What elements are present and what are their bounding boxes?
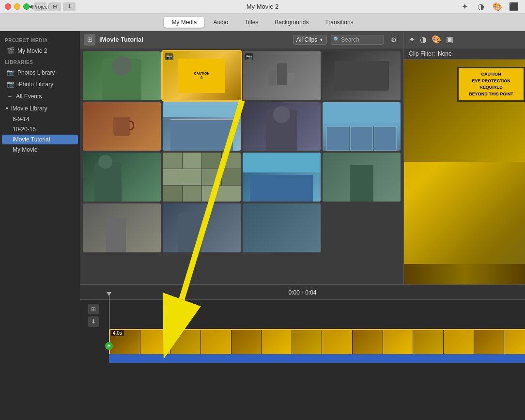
dropdown-arrow-icon: ▼	[319, 37, 324, 42]
sidebar: PROJECT MEDIA 🎬 My Movie 2 LIBRARIES 📷 P…	[0, 31, 80, 420]
sidebar-iphoto-label: iPhoto Library	[17, 81, 53, 88]
clip-filter-value: None	[438, 50, 452, 57]
libraries-header: LIBRARIES	[0, 57, 80, 66]
thumbnail-13[interactable]	[83, 203, 161, 252]
caution-line-2: EYE PROTECTION	[462, 78, 521, 85]
download-button[interactable]: ⬇	[63, 2, 76, 11]
luma-icon[interactable]: ◑	[420, 35, 427, 44]
color-icon[interactable]: 🎨	[432, 35, 441, 44]
timeline-blue-bar	[109, 354, 525, 363]
timeline-area: 0:00 / 0:04 ⊞ ⬇ 4.0s	[80, 284, 525, 420]
tab-backgrounds[interactable]: Backgrounds	[267, 17, 316, 28]
sidebar-item-photos-library[interactable]: 📷 Photos Library	[2, 67, 78, 78]
sidebar-all-events-label: All Events	[16, 93, 42, 100]
timeline-current-time: 0:00	[288, 289, 299, 296]
main-toolbar: My Media Audio Titles Backgrounds Transi…	[0, 14, 525, 31]
close-button[interactable]	[5, 3, 11, 10]
thumbnail-1[interactable]	[83, 51, 161, 100]
tab-titles[interactable]: Titles	[237, 17, 266, 28]
thumbnail-8[interactable]	[323, 102, 401, 151]
timeline-separator: /	[302, 289, 303, 296]
browser-title: iMovie Tutorial	[99, 36, 143, 43]
thumbnail-12[interactable]	[323, 153, 401, 202]
content-wrapper: ⊞ iMovie Tutorial All Clips ▼ 🔍 ⚙	[80, 31, 525, 420]
timeline-track: 4.0s	[109, 329, 520, 364]
caution-line-4: BEYOND THIS POINT	[462, 91, 521, 98]
thumbnail-10[interactable]	[163, 153, 241, 202]
crop-icon[interactable]: ⬛	[508, 1, 520, 12]
sidebar-item-10-20-15[interactable]: 10-20-15	[2, 124, 78, 134]
camera-badge-icon-3: 📷	[245, 53, 253, 60]
project-media-header: PROJECT MEDIA	[0, 35, 80, 45]
back-button[interactable]: ◀ Projects	[34, 2, 46, 11]
sidebar-photos-label: Photos Library	[17, 69, 55, 76]
minimize-button[interactable]	[14, 3, 20, 10]
all-events-icon: ＋	[7, 92, 13, 101]
sidebar-item-iphoto-library[interactable]: 📷 iPhoto Library	[2, 78, 78, 90]
window-controls	[5, 3, 30, 10]
search-icon: 🔍	[333, 36, 340, 43]
camera-badge-icon: 📷	[165, 53, 173, 60]
titlebar-nav: ◀ Projects ⊞ ⬇	[34, 2, 76, 11]
thumbnail-14[interactable]	[163, 203, 241, 252]
caution-line-3: REQUIRED	[462, 84, 521, 91]
timeline-cursor	[109, 295, 109, 348]
sidebar-item-my-movie[interactable]: My Movie	[2, 145, 78, 155]
timeline-body: 4.0s	[80, 300, 525, 420]
color-board-icon[interactable]: 🎨	[491, 1, 504, 12]
sidebar-item-all-events[interactable]: ＋ All Events	[2, 90, 78, 103]
clip-filter-label: Clip Filter:	[409, 50, 435, 57]
thumbnail-15[interactable]	[243, 203, 321, 252]
crop-tool-icon[interactable]: ▣	[446, 35, 453, 44]
sidebar-imovie-library-parent[interactable]: ▼ iMovie Library	[0, 103, 80, 114]
settings-button[interactable]: ⚙	[388, 34, 400, 46]
sidebar-item-6-9-14[interactable]: 6-9-14	[2, 114, 78, 124]
main-layout: PROJECT MEDIA 🎬 My Movie 2 LIBRARIES 📷 P…	[0, 31, 525, 420]
thumbnail-5[interactable]	[83, 102, 161, 151]
timeline-header: 0:00 / 0:04	[80, 285, 525, 300]
sidebar-imovie-library-label: iMovie Library	[11, 105, 47, 112]
grid-toggle-button[interactable]: ⊞	[48, 2, 61, 11]
preview-toolbar: ✦ ◑ 🎨 ▣	[404, 31, 525, 48]
film-icon: 🎬	[7, 47, 15, 54]
thumbnail-7[interactable]	[243, 102, 321, 151]
sidebar-item-my-movie-2[interactable]: 🎬 My Movie 2	[2, 45, 78, 56]
sidebar-project-label: My Movie 2	[17, 47, 47, 54]
iphoto-icon: 📷	[7, 80, 15, 88]
thumbnail-9[interactable]	[83, 153, 161, 202]
clip-duration-label: 4.0s	[111, 330, 124, 336]
titlebar: ◀ Projects ⊞ ⬇ My Movie 2 ✦ ◑ 🎨 ⬛	[0, 0, 525, 14]
clip-filter-dropdown[interactable]: All Clips ▼	[293, 35, 327, 45]
grid-view-toggle[interactable]: ⊞	[84, 34, 95, 46]
thumbnail-2[interactable]: CAUTION⚠ 📷	[163, 51, 241, 100]
filter-value: All Clips	[296, 36, 317, 43]
tab-transitions[interactable]: Transitions	[317, 17, 361, 28]
thumbnail-4[interactable]	[323, 51, 401, 100]
tab-my-media[interactable]: My Media	[164, 17, 204, 28]
tab-audio[interactable]: Audio	[205, 17, 236, 28]
window-title: My Movie 2	[247, 3, 278, 10]
sidebar-item-imovie-tutorial[interactable]: iMovie Tutorial	[2, 135, 78, 144]
caution-line-1: CAUTION	[462, 71, 521, 78]
content-toolbar: ⊞ iMovie Tutorial All Clips ▼ 🔍 ⚙	[80, 31, 403, 48]
magic-tool-icon[interactable]: ✦	[409, 35, 415, 44]
timeline-total-time: 0:04	[305, 289, 316, 296]
triangle-icon: ▼	[5, 106, 9, 111]
thumbnail-3[interactable]: 📷	[243, 51, 321, 100]
thumbnail-6[interactable]	[163, 102, 241, 151]
color-correction-icon[interactable]: ◑	[475, 1, 487, 12]
thumbnail-11[interactable]	[243, 153, 321, 202]
search-wrapper: 🔍	[331, 35, 384, 45]
titlebar-right-icons: ✦ ◑ 🎨 ⬛	[458, 1, 520, 12]
add-clip-button[interactable]: +	[105, 342, 113, 350]
magic-wand-icon[interactable]: ✦	[458, 1, 471, 12]
photos-icon: 📷	[7, 69, 15, 76]
